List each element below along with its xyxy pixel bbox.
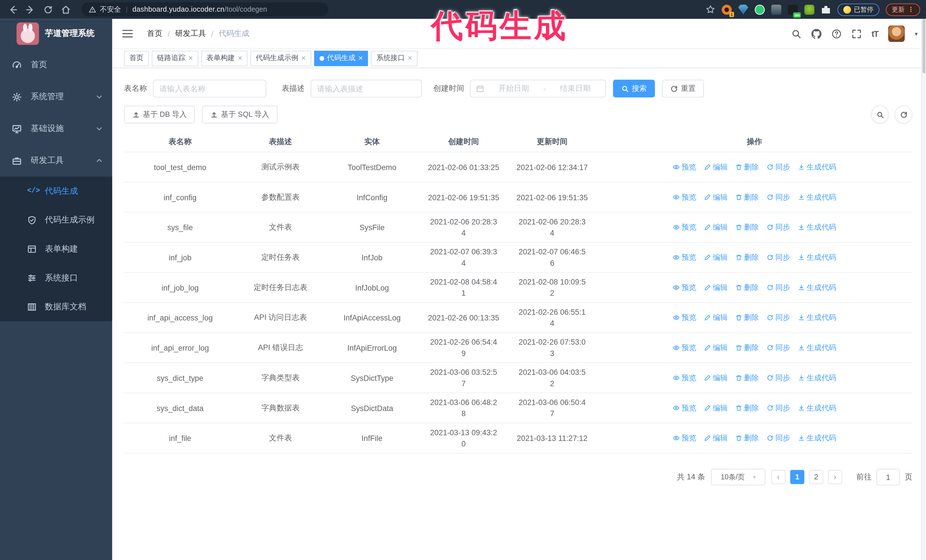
sidebar-item-codegen[interactable]: </> 代码生成 — [0, 177, 112, 206]
table-name-input[interactable] — [153, 80, 266, 97]
preview-link[interactable]: 预览 — [673, 312, 696, 323]
edit-link[interactable]: 编辑 — [704, 162, 728, 172]
date-start-placeholder[interactable]: 开始日期 — [489, 83, 539, 94]
page-button-2[interactable]: 2 — [809, 470, 823, 484]
delete-link[interactable]: 删除 — [735, 192, 759, 202]
preview-link[interactable]: 预览 — [673, 403, 696, 413]
tab-close-icon[interactable]: × — [408, 54, 412, 62]
tab-0[interactable]: 首页 — [124, 50, 149, 66]
delete-link[interactable]: 删除 — [735, 282, 759, 293]
fullscreen-icon[interactable] — [851, 29, 861, 39]
sync-link[interactable]: 同步 — [766, 282, 790, 293]
forward-icon[interactable] — [25, 5, 35, 15]
page-size-select[interactable]: 10条/页 ▾ — [711, 469, 766, 485]
tab-close-icon[interactable]: × — [188, 54, 193, 62]
sync-link[interactable]: 同步 — [766, 403, 790, 413]
generate-code-link[interactable]: 生成代码 — [798, 252, 836, 262]
sync-link[interactable]: 同步 — [766, 312, 790, 323]
sync-link[interactable]: 同步 — [766, 252, 790, 262]
sync-link[interactable]: 同步 — [766, 222, 790, 232]
hamburger-icon[interactable] — [122, 29, 133, 38]
import-db-button[interactable]: 基于 DB 导入 — [124, 106, 195, 123]
reset-button[interactable]: 重置 — [662, 80, 704, 97]
sidebar-item-system[interactable]: 系统管理 — [0, 81, 112, 113]
edit-link[interactable]: 编辑 — [704, 343, 728, 353]
page-button-1[interactable]: 1 — [790, 470, 804, 484]
sidebar-item-infra[interactable]: 基础设施 — [0, 113, 112, 145]
generate-code-link[interactable]: 生成代码 — [798, 403, 836, 413]
date-range-picker[interactable]: 开始日期 - 结束日期 — [470, 80, 606, 97]
sidebar-item-system-api[interactable]: 系统接口 — [0, 263, 112, 292]
tab-5[interactable]: 系统接口× — [371, 50, 418, 66]
preview-link[interactable]: 预览 — [673, 252, 696, 262]
edit-link[interactable]: 编辑 — [704, 312, 728, 323]
sync-link[interactable]: 同步 — [766, 162, 790, 172]
search-icon[interactable] — [791, 29, 801, 39]
extension-icon-dark[interactable]: on — [788, 5, 798, 15]
sidebar-item-devtools[interactable]: 研发工具 — [0, 145, 112, 177]
generate-code-link[interactable]: 生成代码 — [798, 222, 836, 232]
generate-code-link[interactable]: 生成代码 — [798, 373, 836, 383]
page-scrollbar[interactable] — [921, 19, 926, 560]
refresh-table-button[interactable] — [895, 106, 912, 123]
generate-code-link[interactable]: 生成代码 — [798, 433, 836, 443]
sidebar-item-codegen-demo[interactable]: 代码生成示例 — [0, 205, 112, 234]
profile-paused-badge[interactable]: 已暂停 — [837, 3, 879, 16]
delete-link[interactable]: 删除 — [735, 433, 759, 443]
delete-link[interactable]: 删除 — [735, 222, 759, 232]
browser-update-button[interactable]: 更新 ⋮ — [886, 3, 920, 16]
generate-code-link[interactable]: 生成代码 — [798, 282, 836, 293]
edit-link[interactable]: 编辑 — [704, 192, 728, 202]
generate-code-link[interactable]: 生成代码 — [798, 312, 836, 323]
reload-icon[interactable] — [43, 5, 53, 15]
prev-page-button[interactable]: ‹ — [771, 470, 785, 484]
delete-link[interactable]: 删除 — [735, 343, 759, 353]
import-sql-button[interactable]: 基于 SQL 导入 — [202, 106, 277, 123]
edit-link[interactable]: 编辑 — [704, 433, 728, 443]
tab-close-icon[interactable]: × — [301, 54, 306, 62]
sync-link[interactable]: 同步 — [766, 433, 790, 443]
tab-close-icon[interactable]: × — [359, 54, 363, 62]
preview-link[interactable]: 预览 — [673, 222, 696, 232]
tab-1[interactable]: 链路追踪× — [152, 50, 198, 66]
next-page-button[interactable]: › — [828, 470, 842, 484]
sync-link[interactable]: 同步 — [766, 373, 790, 383]
tab-2[interactable]: 表单构建× — [201, 50, 248, 66]
extension-icon-green-bot[interactable] — [804, 5, 814, 15]
preview-link[interactable]: 预览 — [673, 373, 696, 383]
preview-link[interactable]: 预览 — [673, 433, 696, 443]
avatar[interactable] — [888, 25, 905, 42]
sidebar-item-home[interactable]: 首页 — [0, 49, 112, 81]
delete-link[interactable]: 删除 — [735, 373, 759, 383]
font-size-icon[interactable]: tT — [872, 29, 878, 38]
help-icon[interactable] — [831, 29, 841, 39]
sidebar-item-form-builder[interactable]: 表单构建 — [0, 234, 112, 264]
sidebar-item-db-doc[interactable]: 数据库文档 — [0, 292, 112, 321]
generate-code-link[interactable]: 生成代码 — [798, 343, 836, 353]
edit-link[interactable]: 编辑 — [704, 252, 728, 262]
delete-link[interactable]: 删除 — [735, 312, 759, 323]
delete-link[interactable]: 删除 — [735, 252, 759, 262]
extension-icon-gem[interactable] — [738, 5, 748, 15]
preview-link[interactable]: 预览 — [673, 343, 696, 353]
goto-page-input[interactable] — [876, 469, 900, 485]
date-end-placeholder[interactable]: 结束日期 — [551, 83, 600, 94]
delete-link[interactable]: 删除 — [735, 403, 759, 413]
edit-link[interactable]: 编辑 — [704, 222, 728, 232]
extension-puzzle-icon[interactable] — [821, 5, 831, 15]
back-icon[interactable] — [8, 5, 18, 15]
avatar-caret-icon[interactable]: ▾ — [915, 30, 918, 37]
github-icon[interactable] — [811, 29, 821, 39]
extension-icon-check[interactable] — [755, 5, 765, 15]
tab-4[interactable]: 代码生成× — [314, 50, 368, 66]
security-label[interactable]: 不安全 — [100, 5, 121, 15]
bookmark-star-icon[interactable] — [706, 5, 715, 14]
breadcrumb-home[interactable]: 首页 — [147, 28, 162, 39]
sync-link[interactable]: 同步 — [766, 192, 790, 202]
extension-icon-orange[interactable]: 1 — [722, 5, 732, 15]
generate-code-link[interactable]: 生成代码 — [798, 162, 836, 172]
generate-code-link[interactable]: 生成代码 — [798, 192, 836, 202]
scrollbar-thumb[interactable] — [923, 19, 925, 73]
toggle-search-button[interactable] — [871, 106, 889, 123]
address-bar[interactable]: 不安全 | dashboard.yudao.iocoder.cn/tool/co… — [82, 2, 328, 17]
